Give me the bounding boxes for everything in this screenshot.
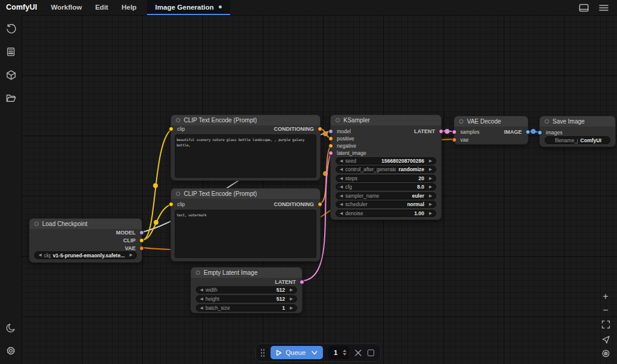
unsaved-dot-icon (219, 5, 222, 8)
node-load-checkpoint[interactable]: Load Checkpoint MODEL CLIP VAE ◀ ckpt_na… (29, 218, 142, 263)
tab-image-generation[interactable]: Image Generation (147, 0, 230, 15)
collapse-icon[interactable] (176, 192, 180, 196)
widget-sampler-name[interactable]: ◀sampler_nameeuler▶ (336, 192, 436, 199)
node-empty-latent-image[interactable]: Empty Latent Image LATENT ◀width512▶ ◀he… (190, 267, 302, 313)
widget-scheduler[interactable]: ◀schedulernormal▶ (336, 201, 436, 208)
increment-icon[interactable] (343, 350, 346, 352)
node-library-icon[interactable] (5, 69, 17, 81)
batch-count-input[interactable]: 1 (328, 346, 349, 359)
widget-filename-prefix[interactable]: filename_prefix ComfyUI (545, 136, 610, 144)
input-port-latent-image[interactable] (328, 151, 333, 155)
output-label-conditioning: CONDITIONING (274, 201, 315, 207)
widget-height[interactable]: ◀height512▶ (196, 295, 297, 303)
output-label-image: IMAGE (504, 129, 522, 135)
output-label-conditioning: CONDITIONING (274, 126, 315, 132)
output-port-image[interactable] (525, 130, 530, 134)
collapse-icon[interactable] (196, 271, 200, 275)
widget-batch-size[interactable]: ◀batch_size1▶ (196, 304, 297, 312)
queue-button-label: Queue (286, 349, 305, 356)
input-port-samples[interactable] (452, 130, 457, 134)
workflows-folder-icon[interactable] (5, 92, 17, 104)
queue-button[interactable]: Queue (271, 346, 323, 359)
canvas-toolbar: + − (599, 292, 612, 357)
node-title-bar[interactable]: Save Image (540, 116, 615, 127)
node-title: VAE Decode (467, 118, 501, 125)
prev-arrow-icon[interactable]: ◀ (39, 253, 42, 257)
collapse-icon[interactable] (176, 118, 180, 122)
node-title-bar[interactable]: CLIP Text Encode (Prompt) (171, 189, 320, 199)
menubar: ComfyUI Workflow Edit Help Image Generat… (0, 0, 617, 15)
play-icon (276, 350, 282, 356)
hamburger-menu-icon[interactable] (599, 4, 609, 12)
settings-gear-icon[interactable] (5, 345, 17, 357)
queue-icon[interactable] (5, 46, 17, 58)
node-title: Empty Latent Image (204, 269, 258, 276)
node-title-bar[interactable]: Empty Latent Image (191, 268, 302, 278)
node-title-bar[interactable]: KSampler (331, 115, 441, 125)
node-title: CLIP Text Encode (Prompt) (184, 190, 257, 197)
widget-label: filename_prefix (555, 137, 578, 143)
output-port-vae[interactable] (139, 246, 144, 251)
batch-count-stepper[interactable] (343, 350, 346, 356)
widget-value: ComfyUI (580, 137, 601, 143)
menu-help[interactable]: Help (115, 0, 143, 15)
stop-icon[interactable] (368, 350, 374, 356)
bottom-panel-icon[interactable] (578, 3, 589, 13)
clear-queue-icon[interactable] (354, 349, 362, 357)
output-port-model[interactable] (139, 230, 144, 235)
zoom-out-icon[interactable]: − (603, 306, 608, 315)
output-port-latent[interactable] (299, 280, 304, 284)
zoom-in-icon[interactable]: + (603, 292, 608, 301)
input-port-model[interactable] (328, 129, 333, 134)
history-icon[interactable] (5, 23, 17, 35)
node-title-bar[interactable]: Load Checkpoint (30, 219, 142, 229)
menu-workflow[interactable]: Workflow (44, 0, 89, 15)
select-cursor-icon[interactable] (601, 334, 611, 345)
widget-ckpt-name[interactable]: ◀ ckpt_name v1-5-pruned-emaonly.safete..… (34, 251, 137, 259)
widget-label: ckpt_name (44, 253, 51, 259)
output-label-clip: CLIP (123, 237, 136, 243)
node-vae-decode[interactable]: VAE Decode samples vae IMAGE (454, 116, 528, 145)
node-clip-text-encode-positive[interactable]: CLIP Text Encode (Prompt) clip CONDITION… (171, 115, 321, 181)
collapse-icon[interactable] (336, 118, 340, 122)
widget-value: v1-5-pruned-emaonly.safete... (53, 253, 125, 259)
input-port-clip[interactable] (169, 127, 174, 131)
node-title: CLIP Text Encode (Prompt) (184, 117, 257, 124)
widget-seed[interactable]: ◀seed156680208700286▶ (336, 157, 436, 165)
node-save-image[interactable]: Save Image images filename_prefix ComfyU… (539, 116, 616, 147)
output-port-clip[interactable] (139, 238, 144, 243)
toggle-link-visibility-eye-icon[interactable] (601, 350, 611, 357)
prompt-textarea[interactable]: beautiful scenery nature glass bottle la… (175, 134, 316, 178)
output-port-conditioning[interactable] (318, 127, 322, 131)
node-title-bar[interactable]: CLIP Text Encode (Prompt) (171, 115, 320, 125)
fit-view-icon[interactable] (601, 319, 611, 330)
next-arrow-icon[interactable]: ▶ (130, 253, 133, 257)
input-label-clip: clip (177, 126, 185, 132)
input-port-vae[interactable] (452, 137, 457, 142)
collapse-icon[interactable] (34, 222, 39, 226)
widget-control-after-generate[interactable]: ◀control_after_generaterandomize▶ (336, 166, 436, 173)
input-label-positive: positive (337, 136, 354, 142)
collapse-icon[interactable] (545, 119, 549, 124)
input-port-positive[interactable] (328, 136, 333, 141)
output-port-conditioning[interactable] (318, 202, 322, 207)
output-port-latent[interactable] (439, 129, 443, 134)
input-port-negative[interactable] (328, 143, 333, 148)
node-title-bar[interactable]: VAE Decode (454, 116, 528, 127)
drag-handle[interactable] (260, 348, 265, 357)
chevron-down-icon[interactable] (312, 351, 318, 355)
widget-steps[interactable]: ◀steps20▶ (336, 175, 436, 182)
node-clip-text-encode-negative[interactable]: CLIP Text Encode (Prompt) clip CONDITION… (171, 188, 321, 262)
input-port-images[interactable] (537, 130, 542, 135)
comfyui-logo[interactable]: ComfyUI (0, 0, 44, 15)
widget-width[interactable]: ◀width512▶ (196, 286, 297, 293)
menu-edit[interactable]: Edit (89, 0, 115, 15)
input-port-clip[interactable] (169, 202, 174, 207)
widget-cfg[interactable]: ◀cfg8.0▶ (336, 183, 436, 190)
collapse-icon[interactable] (459, 119, 463, 124)
prompt-textarea[interactable]: text, watermark (175, 210, 316, 258)
widget-denoise[interactable]: ◀denoise1.00▶ (336, 210, 436, 217)
decrement-icon[interactable] (343, 353, 346, 356)
theme-moon-icon[interactable] (5, 322, 17, 334)
node-ksampler[interactable]: KSampler model positive negative latent_… (330, 115, 442, 220)
